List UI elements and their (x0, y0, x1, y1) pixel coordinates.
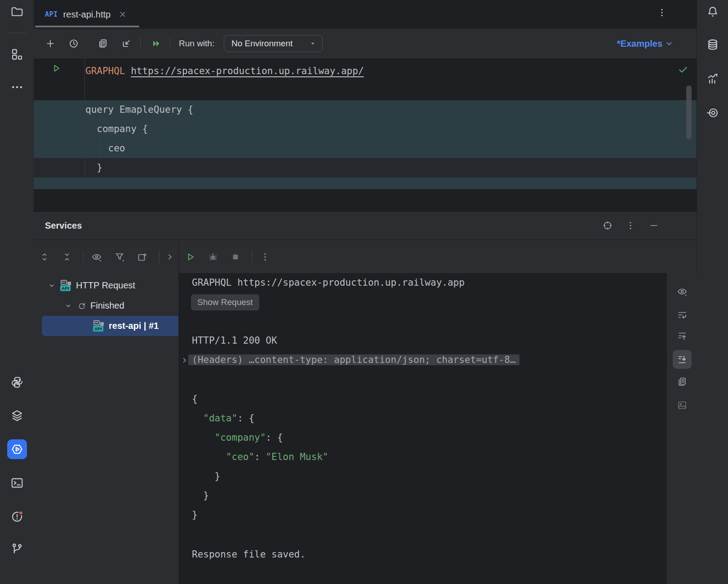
structure-icon[interactable] (7, 44, 27, 64)
tree-node-label: Finished (90, 301, 124, 311)
tab-close-icon[interactable] (118, 9, 128, 19)
panel-divider (178, 240, 179, 274)
right-tool-strip (697, 0, 728, 584)
scroll-to-end-icon[interactable] (673, 350, 692, 369)
dropdown-caret-icon (309, 40, 317, 48)
editor-injected-row (34, 139, 697, 158)
services-tree: API HTTP Request Finished API rest-api |… (34, 273, 178, 584)
expand-all-icon[interactable] (36, 248, 53, 265)
http-request-run-icon: API (93, 320, 105, 332)
history-clock-icon[interactable] (65, 35, 83, 53)
json-line: "data": { (192, 409, 254, 428)
console-footer-message: Response file saved. (192, 545, 306, 564)
console-headers-folded[interactable]: (Headers) …content-type: application/jso… (188, 350, 519, 370)
toolbar-separator (159, 251, 160, 263)
endpoints-chart-icon[interactable] (703, 69, 723, 88)
panel-options-kebab-icon[interactable] (621, 217, 639, 234)
scroll-to-top-icon[interactable] (673, 327, 692, 346)
toolbar-separator (170, 38, 170, 49)
http-request-editor[interactable]: GRAPHQL https://spacex-production.up.rai… (34, 58, 697, 189)
examples-label: *Examples (617, 39, 662, 49)
run-request-gutter-icon[interactable] (51, 63, 62, 74)
project-folder-icon[interactable] (7, 2, 27, 22)
editor-tab-bar: API rest-api.http (34, 0, 697, 29)
json-line: "ceo": "Elon Musk" (192, 447, 328, 467)
ide-window: API rest-api.http (0, 0, 728, 584)
main-area: API rest-api.http (34, 0, 697, 584)
show-request-button[interactable]: Show Request (191, 294, 259, 310)
console-options-kebab-icon[interactable] (257, 248, 274, 265)
left-tool-strip (0, 0, 34, 584)
tab-options-kebab-icon[interactable] (654, 4, 670, 21)
response-console[interactable]: GRAPHQL https://spacex-production.up.rai… (178, 273, 666, 584)
more-tool-windows-icon[interactable] (7, 77, 27, 97)
services-body: API HTTP Request Finished API rest-api |… (34, 273, 697, 584)
json-line: } (192, 505, 198, 525)
examples-link[interactable]: *Examples (617, 29, 673, 58)
soft-wrap-icon[interactable] (673, 305, 692, 324)
json-line: "company": { (192, 428, 283, 447)
minimize-panel-icon[interactable] (645, 217, 663, 234)
toolbar-separator (83, 251, 84, 263)
tree-node-http-request[interactable]: API HTTP Request (34, 275, 191, 296)
request-valid-check-icon (677, 64, 689, 75)
notifications-bell-icon[interactable] (703, 2, 723, 22)
http-requests-icon: API (60, 280, 72, 292)
chevron-down-icon[interactable] (47, 281, 57, 291)
collapse-all-icon[interactable] (58, 248, 75, 265)
services-toolbar (34, 239, 697, 274)
json-line: { (192, 389, 198, 409)
query-line: company { (85, 119, 148, 139)
stop-button (227, 248, 244, 265)
tab-title: rest-api.http (63, 9, 111, 20)
debug-bug-icon (204, 248, 222, 265)
python-packages-icon[interactable] (7, 372, 27, 392)
tree-node-label: rest-api | #1 (109, 321, 159, 331)
indent-guide (100, 139, 100, 158)
request-method: GRAPHQL (85, 66, 125, 76)
add-request-button[interactable] (41, 35, 59, 53)
editor-scrollbar-thumb[interactable] (686, 85, 692, 139)
git-branch-icon[interactable] (7, 539, 27, 559)
filter-icon[interactable] (111, 248, 128, 265)
terminal-icon[interactable] (7, 473, 27, 493)
tab-rest-api-http[interactable]: API rest-api.http (34, 0, 146, 29)
run-with-label: Run with: (179, 29, 214, 58)
chevron-right-icon[interactable] (161, 248, 178, 265)
services-tool-window-icon[interactable] (7, 439, 27, 459)
problems-icon[interactable] (7, 506, 27, 526)
services-panel-title: Services (45, 212, 82, 239)
active-tab-indicator (35, 26, 139, 27)
query-line: ceo (85, 139, 125, 158)
toolbar-separator (140, 38, 141, 49)
add-service-tab-icon[interactable] (134, 248, 151, 265)
editor-caret-row (34, 158, 697, 177)
copy-response-icon[interactable] (673, 372, 692, 391)
console-actions-strip (666, 273, 697, 584)
request-url[interactable]: https://spacex-production.up.railway.app… (131, 66, 364, 76)
chevron-down-icon[interactable] (63, 301, 73, 311)
toolbar-separator (252, 251, 253, 263)
query-line: } (85, 158, 102, 177)
layers-icon[interactable] (7, 406, 27, 425)
chevron-down-icon (665, 40, 673, 48)
convert-import-icon[interactable] (117, 35, 135, 53)
headers-fold-chevron-icon[interactable] (180, 356, 189, 365)
image-preview-icon (673, 396, 692, 415)
strip-divider (8, 33, 26, 33)
view-options-eye-icon[interactable] (673, 282, 692, 301)
preview-eye-icon[interactable] (88, 248, 105, 265)
json-line: } (192, 467, 220, 486)
database-icon[interactable] (703, 35, 723, 55)
run-all-requests-button[interactable] (147, 35, 165, 53)
http-client-toolbar: Run with: No Environment *Examples (34, 29, 697, 58)
services-header: Services (34, 212, 697, 239)
locate-target-icon[interactable] (599, 217, 617, 234)
services-panel: Services (34, 211, 697, 584)
rerun-request-button[interactable] (182, 248, 199, 265)
console-status-line: HTTP/1.1 200 OK (192, 331, 277, 350)
examples-copy-icon[interactable] (94, 35, 112, 53)
environment-select[interactable]: No Environment (224, 35, 323, 52)
ci-checks-icon[interactable] (703, 102, 723, 122)
tree-node-label: HTTP Request (76, 280, 135, 291)
